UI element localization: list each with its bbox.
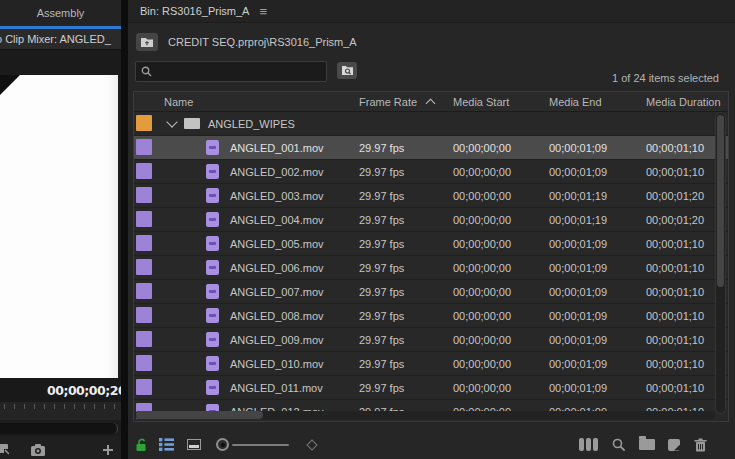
search-bin-icon (341, 65, 354, 76)
list-view-icon[interactable] (156, 430, 176, 459)
table-row[interactable]: ANGLED_010.mov29.97 fps00;00;00;0000;00;… (134, 352, 728, 376)
table-row[interactable]: ANGLED_003.mov29.97 fps00;00;00;0000;00;… (134, 184, 728, 208)
frame-rate-value: 29.97 fps (359, 262, 453, 274)
unlock-icon[interactable] (132, 430, 150, 459)
media-end-value: 00;00;01;09 (549, 382, 646, 394)
clip-icon (206, 188, 219, 203)
media-start-value: 00;00;00;00 (453, 238, 549, 250)
folder-row[interactable]: ANGLED_WIPES (134, 112, 728, 136)
horizontal-scrollbar-thumb[interactable] (136, 411, 263, 419)
clipped-transport-icon[interactable] (0, 442, 9, 456)
find-icon[interactable] (609, 430, 629, 459)
media-end-value: 00;00;01;09 (549, 262, 646, 274)
label-swatch-purple[interactable] (136, 235, 152, 251)
search-icon (141, 66, 152, 77)
sort-ascending-icon[interactable] (426, 98, 436, 108)
label-swatch-purple[interactable] (136, 283, 152, 299)
media-start-value: 00;00;00;00 (453, 214, 549, 226)
label-swatch-purple[interactable] (136, 307, 152, 323)
panel-menu-icon[interactable]: ≡ (259, 4, 267, 19)
search-input[interactable] (135, 61, 327, 82)
tab-clip-mixer[interactable]: o Clip Mixer: ANGLED_ (0, 29, 121, 50)
bin-tab-title[interactable]: Bin: RS3016_Prism_A (140, 5, 249, 17)
new-bin-icon[interactable] (636, 430, 658, 459)
frame-rate-value: 29.97 fps (359, 214, 453, 226)
zoom-slider-handle[interactable] (216, 438, 229, 451)
column-header-frame-rate[interactable]: Frame Rate (359, 92, 453, 111)
label-swatch-purple[interactable] (136, 379, 152, 395)
clip-name: ANGLED_001.mov (230, 142, 324, 154)
label-swatch-purple[interactable] (136, 331, 152, 347)
frame-rate-value: 29.97 fps (359, 382, 453, 394)
column-header-media-duration[interactable]: Media Duration (646, 92, 728, 111)
bin-bottom-toolbar (128, 430, 735, 459)
media-start-value: 00;00;00;00 (453, 190, 549, 202)
clip-name: ANGLED_009.mov (230, 334, 324, 346)
clip-icon (206, 164, 219, 179)
label-swatch-purple[interactable] (136, 211, 152, 227)
vertical-scrollbar-thumb[interactable] (717, 115, 724, 287)
table-row[interactable]: ANGLED_011.mov29.97 fps00;00;00;0000;00;… (134, 376, 728, 400)
column-header-media-end[interactable]: Media End (549, 92, 646, 111)
chevron-down-icon[interactable] (166, 118, 177, 128)
clip-icon (206, 260, 219, 275)
panel-divider[interactable] (121, 0, 128, 459)
project-bin-panel: Bin: RS3016_Prism_A ≡ CREDIT SEQ.prproj\… (128, 0, 735, 459)
angled-wipe-shape (0, 75, 20, 95)
media-end-value: 00;00;01;19 (549, 214, 646, 226)
navigate-up-button[interactable] (136, 33, 158, 51)
timecode-display[interactable]: 00;00;00;20 (47, 383, 126, 398)
clip-icon (206, 356, 219, 371)
monitor-time-ruler[interactable] (0, 402, 121, 420)
table-row[interactable]: ANGLED_005.mov29.97 fps00;00;00;0000;00;… (134, 232, 728, 256)
monitor-viewport[interactable] (0, 50, 121, 378)
label-swatch-purple[interactable] (136, 187, 152, 203)
media-end-value: 00;00;01;09 (549, 238, 646, 250)
table-row[interactable]: ANGLED_004.mov29.97 fps00;00;00;0000;00;… (134, 208, 728, 232)
add-button-plus-icon[interactable] (102, 444, 114, 456)
source-monitor-panel: Assembly o Clip Mixer: ANGLED_ 00;00;00;… (0, 0, 121, 459)
clip-icon (206, 380, 219, 395)
table-row[interactable]: ANGLED_001.mov29.97 fps00;00;00;0000;00;… (134, 136, 728, 160)
table-row[interactable]: ANGLED_006.mov29.97 fps00;00;00;0000;00;… (134, 256, 728, 280)
clip-icon (206, 332, 219, 347)
frame-rate-value: 29.97 fps (359, 334, 453, 346)
column-header-media-start[interactable]: Media Start (453, 92, 549, 111)
bin-rows: ANGLED_WIPES ANGLED_001.mov29.97 fps00;0… (134, 112, 728, 422)
tab-assembly[interactable]: Assembly (0, 0, 121, 26)
zoom-slider-track[interactable] (232, 444, 289, 446)
label-swatch-purple[interactable] (136, 139, 152, 155)
table-row[interactable]: ANGLED_002.mov29.97 fps00;00;00;0000;00;… (134, 160, 728, 184)
frame-rate-value: 29.97 fps (359, 142, 453, 154)
vertical-scrollbar[interactable] (715, 112, 726, 414)
automate-to-sequence-icon[interactable] (576, 430, 600, 459)
export-frame-camera-icon[interactable] (30, 443, 46, 457)
create-search-bin-button[interactable] (337, 62, 357, 79)
frame-rate-value: 29.97 fps (359, 166, 453, 178)
clip-icon (206, 308, 219, 323)
clip-icon (206, 140, 219, 155)
table-row[interactable]: ANGLED_008.mov29.97 fps00;00;00;0000;00;… (134, 304, 728, 328)
new-item-icon[interactable] (664, 430, 684, 459)
column-header-name[interactable]: Name (164, 92, 359, 111)
media-start-value: 00;00;00;00 (453, 262, 549, 274)
label-swatch-purple[interactable] (136, 355, 152, 371)
label-swatch-purple[interactable] (136, 163, 152, 179)
label-swatch-orange[interactable] (136, 115, 152, 131)
label-column-header[interactable] (134, 92, 164, 111)
clip-icon (206, 212, 219, 227)
clip-name: ANGLED_010.mov (230, 358, 324, 370)
table-row[interactable]: ANGLED_007.mov29.97 fps00;00;00;0000;00;… (134, 280, 728, 304)
frame-rate-value: 29.97 fps (359, 310, 453, 322)
icon-view-icon[interactable] (184, 430, 204, 459)
clip-mixer-label: Clip Mixer: ANGLED_ (5, 33, 111, 45)
delete-icon[interactable] (690, 430, 710, 459)
label-swatch-purple[interactable] (136, 259, 152, 275)
clip-name: ANGLED_006.mov (230, 262, 324, 274)
table-row[interactable]: ANGLED_009.mov29.97 fps00;00;00;0000;00;… (134, 328, 728, 352)
horizontal-scrollbar[interactable] (135, 411, 715, 419)
monitor-scrollbar-thumb[interactable] (0, 423, 118, 434)
monitor-scrollbar[interactable] (0, 421, 121, 436)
keyframe-diamond-icon[interactable] (304, 430, 320, 459)
media-start-value: 00;00;00;00 (453, 310, 549, 322)
